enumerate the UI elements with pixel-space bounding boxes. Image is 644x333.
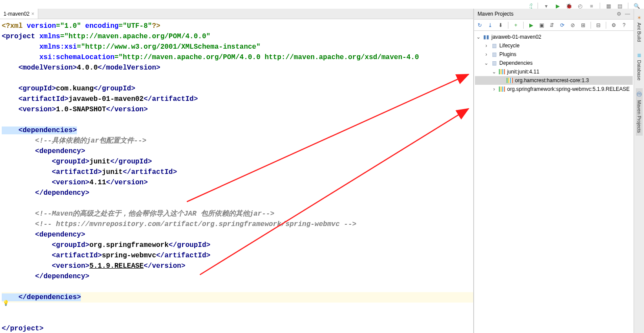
module-icon: ▮▮ bbox=[483, 33, 490, 40]
dependency-icon bbox=[498, 86, 505, 93]
minimize-icon[interactable]: — bbox=[625, 11, 630, 17]
panel-title-bar: Maven Projects ⚙ — bbox=[474, 9, 634, 20]
run-maven-icon[interactable]: ▶ bbox=[527, 21, 535, 29]
tree-module-row[interactable]: ⌄ ▮▮ javaweb-01-maven02 bbox=[475, 33, 633, 41]
maven-icon: ⓜ bbox=[637, 91, 642, 98]
separator bbox=[591, 22, 591, 29]
module-label: javaweb-01-maven02 bbox=[491, 34, 541, 40]
tree-lifecycle-row[interactable]: › ▥ Lifecycle bbox=[475, 41, 633, 50]
debug-icon[interactable]: 🐞 bbox=[566, 3, 572, 9]
database-icon: ≣ bbox=[637, 52, 641, 58]
folder-icon: ▥ bbox=[491, 51, 498, 58]
settings-icon[interactable]: ⚙ bbox=[610, 21, 617, 29]
chevron-right-icon[interactable]: › bbox=[484, 51, 489, 57]
chevron-right-icon[interactable]: › bbox=[491, 86, 497, 92]
tree-dependencies-row[interactable]: ⌄ ▥ Dependencies bbox=[475, 59, 633, 67]
stop-icon[interactable]: ■ bbox=[588, 3, 594, 9]
download-icon[interactable]: ⬇ bbox=[497, 21, 505, 29]
editor-column: 1-maven02 × <?xml version="1.0" encoding… bbox=[0, 9, 474, 333]
ant-build-tab[interactable]: ✶ Ant Build bbox=[636, 12, 643, 44]
show-deps-icon[interactable]: ⊞ bbox=[579, 21, 587, 29]
add-project-icon[interactable]: + bbox=[512, 21, 520, 29]
separator bbox=[606, 22, 606, 29]
chevron-down-icon[interactable]: ⌄ bbox=[476, 34, 481, 40]
coverage-icon[interactable]: ◴ bbox=[577, 3, 583, 9]
dependencies-close-tag: </dependencies> bbox=[2, 293, 81, 301]
collapse-all-icon[interactable]: ⊟ bbox=[594, 21, 602, 29]
tab-label: 1-maven02 bbox=[3, 11, 30, 17]
separator bbox=[523, 22, 524, 29]
chevron-down-icon[interactable]: ⌄ bbox=[484, 60, 489, 66]
chevron-down-icon[interactable]: ▾ bbox=[543, 3, 549, 9]
vcs-changes-indicator[interactable]: ↓0↑1 bbox=[529, 3, 532, 9]
dependencies-open-tag: <dependencies> bbox=[2, 127, 77, 134]
ant-icon: ✶ bbox=[637, 15, 641, 21]
search-icon[interactable]: 🔍 bbox=[634, 3, 640, 9]
dep-label: junit:junit:4.11 bbox=[507, 69, 539, 75]
maven-projects-panel: Maven Projects ⚙ — ↻ ⤓ ⬇ + ▶ ▣ ⇵ ⟳ ⊘ ⊞ ⊟… bbox=[474, 9, 634, 333]
code-editor[interactable]: <?xml version="1.0" encoding="UTF-8"?> <… bbox=[0, 19, 473, 333]
tree-dep-hamcrest-row[interactable]: org.hamcrest:hamcrest-core:1.3 bbox=[475, 76, 633, 85]
gear-icon[interactable]: ⚙ bbox=[617, 11, 621, 17]
panel-title: Maven Projects bbox=[478, 11, 514, 17]
help-icon[interactable]: ? bbox=[620, 21, 628, 29]
toggle-skip-tests-icon[interactable]: ⇵ bbox=[548, 21, 556, 29]
maven-projects-tab[interactable]: ⓜ Maven Projects bbox=[636, 88, 643, 136]
generate-sources-icon[interactable]: ⤓ bbox=[486, 21, 494, 29]
tree-plugins-row[interactable]: › ▥ Plugins bbox=[475, 50, 633, 59]
editor-tabbar: 1-maven02 × bbox=[0, 9, 473, 19]
folder-icon: ▥ bbox=[491, 60, 498, 67]
chevron-right-icon[interactable]: › bbox=[484, 43, 489, 49]
offline-icon[interactable]: ⊘ bbox=[569, 21, 577, 29]
dependencies-label: Dependencies bbox=[499, 60, 533, 66]
maven-toolbar: ↻ ⤓ ⬇ + ▶ ▣ ⇵ ⟳ ⊘ ⊞ ⊟ ⚙ ? bbox=[474, 20, 634, 31]
tree-dep-junit-row[interactable]: ⌄ junit:junit:4.11 bbox=[475, 67, 633, 76]
structure-icon[interactable]: ▤ bbox=[617, 3, 623, 9]
lifecycle-label: Lifecycle bbox=[499, 43, 520, 49]
intention-bulb-icon[interactable]: 💡 bbox=[3, 300, 9, 306]
editor-tab[interactable]: 1-maven02 × bbox=[0, 9, 38, 19]
folder-icon: ▥ bbox=[491, 42, 498, 49]
layout-icon[interactable]: ▦ bbox=[605, 3, 611, 9]
cycle-icon[interactable]: ⟳ bbox=[558, 21, 566, 29]
chevron-down-icon[interactable]: ⌄ bbox=[491, 69, 497, 75]
separator bbox=[508, 22, 508, 29]
dependency-icon bbox=[506, 77, 513, 84]
execute-goal-icon[interactable]: ▣ bbox=[538, 21, 545, 29]
right-tool-rail: ✶ Ant Build ≣ Database ⓜ Maven Projects bbox=[634, 9, 644, 333]
close-icon[interactable]: × bbox=[31, 11, 34, 17]
run-icon[interactable]: ▶ bbox=[554, 3, 561, 9]
dep-label: org.hamcrest:hamcrest-core:1.3 bbox=[515, 77, 589, 83]
dependency-icon bbox=[498, 68, 505, 75]
database-tab[interactable]: ≣ Database bbox=[636, 50, 643, 83]
dep-label: org.springframework:spring-webmvc:5.1.9.… bbox=[507, 86, 630, 92]
tree-dep-spring-row[interactable]: › org.springframework:spring-webmvc:5.1.… bbox=[475, 85, 633, 93]
maven-tree[interactable]: ⌄ ▮▮ javaweb-01-maven02 › ▥ Lifecycle › … bbox=[474, 31, 634, 333]
plugins-label: Plugins bbox=[499, 51, 516, 57]
reimport-icon[interactable]: ↻ bbox=[476, 21, 484, 29]
